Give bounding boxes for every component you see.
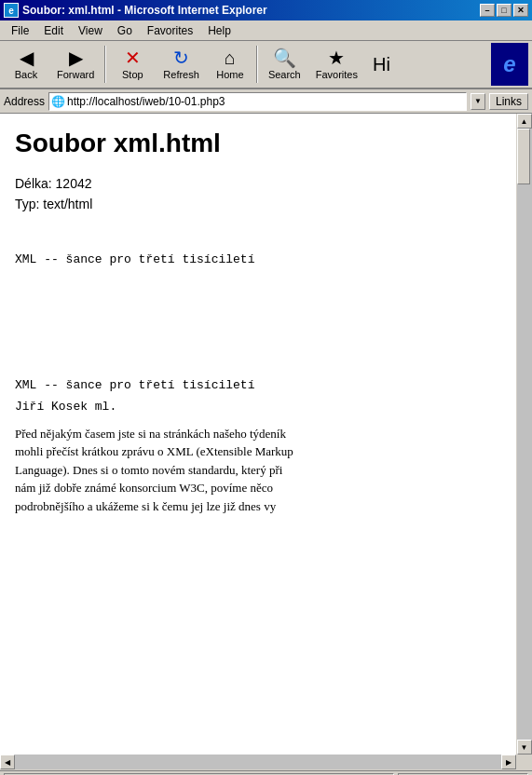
author-line: Jiří Kosek ml. (15, 400, 501, 414)
h-scroll-track[interactable] (15, 755, 501, 769)
stop-label: Stop (122, 69, 143, 80)
home-label: Home (216, 69, 243, 80)
typ-line: Typ: text/html (15, 194, 501, 214)
title-bar: e Soubor: xml.html - Microsoft Internet … (0, 0, 532, 20)
content-wrapper: Soubor xml.html Délka: 12042 Typ: text/h… (0, 114, 532, 755)
maximize-button[interactable]: □ (497, 4, 512, 17)
address-label: Address (4, 95, 45, 108)
app-icon: e (4, 3, 19, 18)
scroll-down-button[interactable]: ▼ (517, 740, 532, 755)
address-input[interactable] (67, 95, 464, 108)
back-label: Back (15, 69, 37, 80)
refresh-label: Refresh (163, 69, 199, 80)
content-area: Soubor xml.html Délka: 12042 Typ: text/h… (0, 114, 516, 755)
favorites-button[interactable]: ★ Favorites (309, 43, 364, 86)
menu-edit[interactable]: Edit (36, 22, 71, 39)
home-icon: ⌂ (225, 48, 236, 67)
window-title: Soubor: xml.html - Microsoft Internet Ex… (22, 4, 267, 17)
toolbar-separator-2 (256, 46, 258, 83)
forward-button[interactable]: ▶ Forward (50, 43, 101, 86)
scroll-up-button[interactable]: ▲ (517, 114, 532, 129)
xml-line-1: XML -- šance pro třetí tisíciletí (15, 252, 501, 266)
toolbar-separator-1 (104, 46, 106, 83)
menu-view[interactable]: View (71, 22, 110, 39)
page-title: Soubor xml.html (15, 129, 501, 158)
address-input-wrap: 🌐 (48, 92, 467, 111)
delka-value: 12042 (56, 176, 92, 191)
page-icon: 🌐 (51, 95, 65, 108)
search-icon: 🔍 (273, 48, 296, 67)
back-icon: ◀ (20, 48, 34, 67)
favorites-label: Favorites (316, 69, 358, 80)
vertical-scrollbar: ▲ ▼ (516, 114, 532, 755)
ie-logo: e (491, 43, 528, 86)
links-button[interactable]: Links (489, 93, 528, 110)
favorites-icon: ★ (328, 48, 345, 67)
back-button[interactable]: ◀ Back (4, 43, 48, 86)
toolbar: ◀ Back ▶ Forward ✕ Stop ↻ Refresh ⌂ Home… (0, 41, 532, 89)
address-bar: Address 🌐 ▼ Links (0, 89, 532, 114)
history-icon: Hi (373, 55, 390, 74)
menu-bar: File Edit View Go Favorites Help (0, 20, 532, 41)
scroll-thumb[interactable] (517, 129, 530, 184)
xml-line-2: XML -- šance pro třetí tisíciletí (15, 378, 501, 392)
typ-value: text/html (43, 197, 92, 211)
search-button[interactable]: 🔍 Search (262, 43, 307, 86)
typ-label: Typ: (15, 197, 39, 211)
status-bar: 🖥 Local intranet zone (0, 770, 532, 775)
address-dropdown-button[interactable]: ▼ (471, 93, 485, 110)
menu-help[interactable]: Help (200, 22, 239, 39)
forward-icon: ▶ (69, 48, 83, 67)
delka-label: Délka: (15, 176, 52, 191)
xml-line-1-block: XML -- šance pro třetí tisíciletí XML --… (15, 252, 501, 516)
refresh-icon: ↻ (173, 48, 189, 67)
forward-label: Forward (57, 69, 94, 80)
home-button[interactable]: ⌂ Home (208, 43, 252, 86)
menu-favorites[interactable]: Favorites (140, 22, 200, 39)
horizontal-scrollbar-area: ◀ ▶ (0, 755, 532, 770)
history-button[interactable]: Hi (366, 43, 397, 86)
refresh-button[interactable]: ↻ Refresh (157, 43, 206, 86)
close-button[interactable]: ✕ (513, 4, 528, 17)
menu-file[interactable]: File (4, 22, 36, 39)
body-paragraph: Před nějakým časem jste si na stránkách … (15, 427, 293, 513)
scroll-track[interactable] (517, 129, 532, 740)
scroll-right-button[interactable]: ▶ (501, 755, 516, 769)
menu-go[interactable]: Go (110, 22, 140, 39)
scroll-left-button[interactable]: ◀ (0, 755, 15, 769)
body-text: Před nějakým časem jste si na stránkách … (15, 425, 501, 516)
search-label: Search (268, 69, 301, 80)
stop-icon: ✕ (125, 48, 141, 67)
stop-button[interactable]: ✕ Stop (110, 43, 155, 86)
minimize-button[interactable]: – (480, 4, 495, 17)
scrollbar-corner (516, 755, 532, 770)
delka-line: Délka: 12042 (15, 173, 501, 194)
